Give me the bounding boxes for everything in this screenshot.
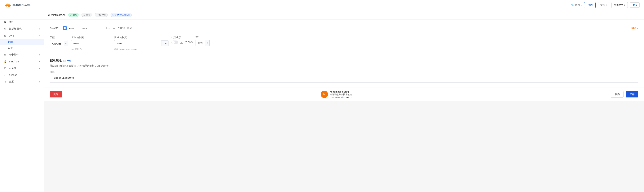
topnav-right: 🔍 转到... + 添加 支持 ▾ 简体中文 ▾ 👤 ▾ <box>571 2 640 8</box>
sidebar-item-access[interactable]: ↩ Access <box>0 72 44 78</box>
cloud-icon: ☁ <box>112 26 115 30</box>
notes-field-group: 注释 TencentEdgeOne <box>50 70 638 83</box>
target-label: 目标（必填） <box>114 36 169 39</box>
sidebar-item-label: SSL/TLS <box>9 60 19 63</box>
sidebar-item-label: 分析和日志 <box>9 27 22 30</box>
record-attributes-section: 记录属性 📄 文档 此处提供的信息不会影响 DNS 记录的解析，仅供您参考。 注… <box>50 55 638 83</box>
sidebar: ← Mintimate215@gma... ▣ 概述 ⏱ 分析和日志 ▾ ⊞ D… <box>0 10 44 192</box>
star-icon: ☆ <box>83 14 85 16</box>
name-label: 名称（必填） <box>71 36 111 39</box>
sidebar-item-label: 概述 <box>9 20 14 23</box>
chevron-down-icon: ▾ <box>39 54 40 56</box>
record-name: www <box>69 27 80 29</box>
form-row-main: 类型 CNAME ▾ 名称（必填） root 使用 @ 目标（必填） <box>50 36 638 50</box>
email-icon: ✉ <box>4 53 7 56</box>
proxy-toggle-container: ☁ 仅 DNS <box>172 40 192 44</box>
record-target-suffix: 0.... <box>106 27 110 29</box>
ttl-field-group: TTL 自动 ▾ <box>196 36 210 46</box>
goto-button[interactable]: 🔍 转到... <box>571 3 582 7</box>
name-hint: root 使用 @ <box>71 48 111 50</box>
speed-icon: ⚡ <box>4 80 7 83</box>
support-button[interactable]: 支持 ▾ <box>598 2 609 8</box>
chevron-down-icon: ▾ <box>39 81 40 83</box>
overview-icon: ▣ <box>4 20 7 23</box>
top-navigation: CLOUDFLARE 🔍 转到... + 添加 支持 ▾ 简体中文 ▾ 👤 ▾ <box>0 0 644 10</box>
sidebar-item-label: 电子邮件 <box>9 53 19 56</box>
sidebar-item-label: DNS <box>9 34 14 37</box>
language-button[interactable]: 简体中文 ▾ <box>612 2 628 8</box>
sidebar-item-ssl[interactable]: 🔒 SSL/TLS ▾ <box>0 58 44 65</box>
sidebar-item-speed[interactable]: ⚡ 速度 ▾ <box>0 78 44 85</box>
sidebar-item-label: 安全性 <box>9 67 16 70</box>
pro-badge[interactable]: 符合 Pro 试用条件 <box>110 13 132 17</box>
type-label: 类型 <box>50 36 68 39</box>
star-badge[interactable]: ☆ 星号 <box>82 13 92 17</box>
target-com-suffix: com <box>162 40 169 46</box>
record-ttl: 自动 <box>127 26 132 30</box>
sidebar-sub-records[interactable]: 记录 <box>0 39 44 45</box>
sidebar-item-email[interactable]: ✉ 电子邮件 ▾ <box>0 51 44 58</box>
page-icon: ▣ <box>48 13 50 16</box>
dns-record-row: CNAME 💬 www www 0.... ☁ 仅 DNS 自动 编辑 ▾ <box>50 24 638 32</box>
doc-link[interactable]: 📄 文档 <box>63 59 72 63</box>
proxy-text: 仅 DNS <box>184 41 192 44</box>
user-icon: 👤 <box>632 4 635 6</box>
security-icon: 🛡 <box>4 67 7 70</box>
sidebar-item-dns[interactable]: ⊞ DNS ▴ <box>0 32 44 39</box>
record-type: CNAME <box>50 27 61 29</box>
blog-title: Mintimate's Blog <box>330 90 352 93</box>
cloud-icon: ☁ <box>180 40 183 44</box>
ssl-icon: 🔒 <box>4 60 7 63</box>
status-badge: ✓ 活动 <box>68 13 78 17</box>
user-button[interactable]: 👤 ▾ <box>630 2 640 8</box>
sidebar-item-security[interactable]: 🛡 安全性 ▾ <box>0 65 44 72</box>
chevron-up-icon: ▴ <box>39 34 40 37</box>
name-field-group: 名称（必填） root 使用 @ <box>71 36 111 50</box>
ttl-value: 自动 <box>196 40 205 46</box>
sidebar-item-label: Access <box>9 74 17 76</box>
blog-avatar: M <box>321 91 328 98</box>
type-field-group: 类型 CNAME ▾ <box>50 36 68 47</box>
chevron-down-icon: ▾ <box>637 27 638 29</box>
sub-navigation: ▣ mintimate.cn ✓ 活动 ☆ 星号 Free 计划 符合 Pro … <box>0 10 644 20</box>
type-select[interactable]: CNAME ▾ <box>50 40 68 47</box>
edit-button[interactable]: 编辑 ▾ <box>632 26 638 30</box>
proxy-label: 代理状态 <box>172 36 192 39</box>
sidebar-sub-settings[interactable]: 设置 <box>0 45 44 51</box>
target-input[interactable] <box>114 40 162 46</box>
type-value: CNAME <box>50 41 64 46</box>
analytics-icon: ⏱ <box>4 27 7 30</box>
proxy-toggle[interactable] <box>172 40 178 44</box>
dns-icon: ⊞ <box>4 34 7 37</box>
attributes-title-row: 记录属性 📄 文档 <box>50 59 638 63</box>
ttl-select[interactable]: 自动 ▾ <box>196 40 210 46</box>
name-input[interactable] <box>71 40 111 46</box>
delete-button[interactable]: 删除 <box>50 91 62 97</box>
logo: CLOUDFLARE <box>4 2 31 8</box>
cancel-button[interactable]: 取消 <box>611 91 624 98</box>
record-target: www <box>82 27 104 29</box>
sidebar-item-label: 速度 <box>9 80 14 83</box>
blog-subtitle: 专注于数分享技术教程 <box>330 93 352 96</box>
type-dropdown-arrow[interactable]: ▾ <box>64 41 68 46</box>
sidebar-item-analytics[interactable]: ⏱ 分析和日志 ▾ <box>0 25 44 32</box>
target-field-group: 目标（必填） com 例如，www.example.com <box>114 36 169 50</box>
toggle-knob <box>172 41 175 44</box>
main-content: CNAME 💬 www www 0.... ☁ 仅 DNS 自动 编辑 ▾ 类型 <box>44 20 644 192</box>
ttl-label: TTL <box>196 36 210 38</box>
add-button[interactable]: + 添加 <box>584 2 596 8</box>
svg-rect-3 <box>5 5 10 6</box>
search-icon: 🔍 <box>571 4 574 6</box>
blog-url: https://www.mintimate.cn <box>330 96 352 98</box>
blog-widget: M Mintimate's Blog 专注于数分享技术教程 https://ww… <box>321 90 352 98</box>
ttl-dropdown-arrow[interactable]: ▾ <box>205 40 210 46</box>
proxy-field-group: 代理状态 ☁ 仅 DNS <box>172 36 192 44</box>
chevron-down-icon: ▾ <box>39 67 40 70</box>
chevron-down-icon: ▾ <box>624 4 625 6</box>
blog-info: Mintimate's Blog 专注于数分享技术教程 https://www.… <box>330 90 352 98</box>
notes-input[interactable]: TencentEdgeOne <box>50 75 638 83</box>
save-button[interactable]: 保存 <box>626 91 638 97</box>
logo-text: CLOUDFLARE <box>12 4 31 6</box>
proxy-status: 仅 DNS <box>118 27 125 30</box>
blog-widget-container: M Mintimate's Blog 专注于数分享技术教程 https://ww… <box>64 90 608 98</box>
